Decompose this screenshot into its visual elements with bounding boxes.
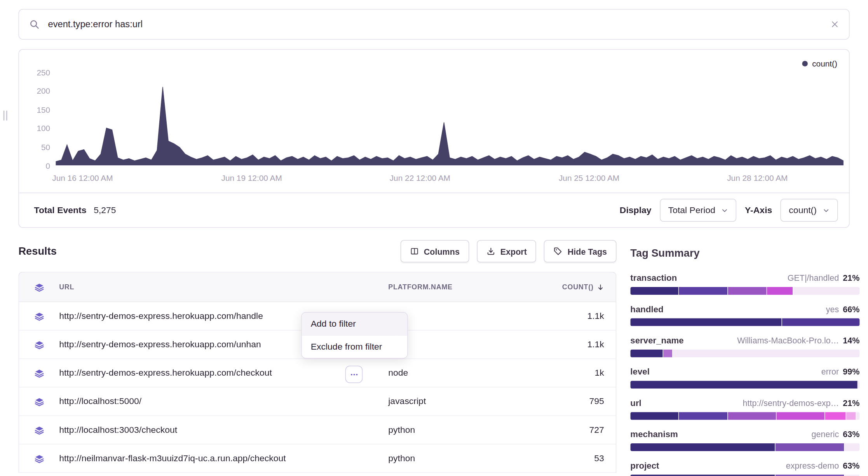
count-cell[interactable]: 1.1k <box>538 311 616 321</box>
tag-bar[interactable] <box>630 318 859 326</box>
menu-item-exclude-from-filter[interactable]: Exclude from filter <box>302 335 407 358</box>
tag-percentage: 21% <box>843 273 859 282</box>
tag-bar[interactable] <box>630 443 859 451</box>
total-events-label: Total Events <box>34 205 87 215</box>
display-select[interactable]: Total Period <box>660 199 736 222</box>
url-cell[interactable]: http://localhost:5000/ <box>59 396 388 406</box>
platform-cell[interactable]: node <box>388 368 538 378</box>
table-row[interactable]: http://neilmanvar-flask-m3uuizd7iq-uc.a.… <box>19 444 616 473</box>
tag-name: url <box>630 398 641 408</box>
tag-top-value: GET|/handled <box>788 273 839 282</box>
url-cell[interactable]: http://sentry-demos-express.herokuapp.co… <box>59 368 388 378</box>
cell-actions-button[interactable] <box>345 366 363 383</box>
y-tick: 0 <box>19 161 50 170</box>
tag-percentage: 63% <box>843 429 859 439</box>
y-tick: 200 <box>19 87 50 96</box>
sidebar-collapse-handle[interactable] <box>3 110 10 121</box>
count-cell[interactable]: 53 <box>538 453 616 464</box>
columns-button[interactable]: Columns <box>400 240 469 262</box>
table-row[interactable]: http://localhost:5000/ javascript 795 <box>19 387 616 416</box>
layers-icon <box>19 425 59 434</box>
url-cell[interactable]: http://localhost:3003/checkout <box>59 425 388 435</box>
layers-icon <box>19 454 59 463</box>
tag-bar[interactable] <box>630 474 859 476</box>
results-table: URL PLATFORM.NAME COUNT() http://sentry-… <box>18 272 616 473</box>
y-tick: 250 <box>19 68 50 77</box>
header-count[interactable]: COUNT() <box>538 283 616 291</box>
tag-item-project: project express-demo 63% <box>630 460 859 476</box>
tag-name: mechanism <box>630 429 678 439</box>
chart-legend[interactable]: count() <box>802 59 837 68</box>
legend-label: count() <box>812 59 837 68</box>
platform-cell[interactable]: python <box>388 425 538 435</box>
tag-item-server-name: server_name Williams-MacBook-Pro.lo… 14% <box>630 336 859 357</box>
display-select-value: Total Period <box>668 205 715 215</box>
y-tick: 100 <box>19 124 50 133</box>
search-bar <box>18 9 849 40</box>
menu-item-add-to-filter[interactable]: Add to filter <box>302 313 407 335</box>
table-row[interactable]: http://sentry-demos-express.herokuapp.co… <box>19 359 616 387</box>
header-count-label: COUNT() <box>562 283 594 291</box>
chart-area-path <box>56 87 844 165</box>
events-chart-svg[interactable] <box>56 72 844 166</box>
tag-item-mechanism: mechanism generic 63% <box>630 429 859 451</box>
search-input[interactable] <box>47 18 823 30</box>
count-cell[interactable]: 1k <box>538 368 616 378</box>
count-cell[interactable]: 727 <box>538 425 616 435</box>
sort-desc-icon <box>597 284 604 291</box>
hide-tags-button[interactable]: Hide Tags <box>544 240 616 262</box>
platform-cell[interactable]: python <box>388 453 538 464</box>
y-axis-select[interactable]: count() <box>781 199 838 222</box>
platform-cell[interactable]: javascript <box>388 396 538 406</box>
x-tick: Jun 19 12:00 AM <box>221 174 282 183</box>
search-icon <box>29 19 40 30</box>
hide-tags-button-label: Hide Tags <box>568 247 607 256</box>
tag-bar[interactable] <box>630 287 859 295</box>
y-axis-label: Y-Axis <box>745 205 772 215</box>
total-events-value: 5,275 <box>94 205 116 215</box>
results-header: Results Columns Export Hide Tags <box>18 240 616 262</box>
layers-icon <box>19 311 59 320</box>
y-tick: 150 <box>19 105 50 114</box>
url-cell[interactable]: http://neilmanvar-flask-m3uuizd7iq-uc.a.… <box>59 453 388 464</box>
ellipsis-icon <box>349 370 358 379</box>
tag-bar[interactable] <box>630 350 859 357</box>
tag-summary-title: Tag Summary <box>630 247 859 260</box>
export-button[interactable]: Export <box>477 240 536 262</box>
header-url[interactable]: URL <box>59 283 388 291</box>
layers-icon <box>19 397 59 406</box>
x-tick: Jun 28 12:00 AM <box>727 174 788 183</box>
tag-name: project <box>630 460 659 471</box>
display-label: Display <box>620 205 652 215</box>
tag-bar[interactable] <box>630 412 859 420</box>
tag-name: transaction <box>630 273 677 283</box>
y-axis-ticks: 250 200 150 100 50 0 <box>19 68 50 170</box>
discover-page: count() 250 200 150 100 50 0 Jun 16 12:0… <box>0 0 868 476</box>
tag-top-value: yes <box>826 304 839 313</box>
tag-percentage: 14% <box>843 336 859 345</box>
export-button-label: Export <box>500 247 527 256</box>
tag-top-value: Williams-MacBook-Pro.lo… <box>737 336 839 345</box>
tag-top-value: http://sentry-demos-exp… <box>743 398 839 408</box>
tag-bar[interactable] <box>630 381 859 388</box>
tag-item-transaction: transaction GET|/handled 21% <box>630 273 859 295</box>
tag-summary-panel: Tag Summary transaction GET|/handled 21%… <box>630 247 859 476</box>
tag-percentage: 21% <box>843 398 859 408</box>
table-row[interactable]: http://localhost:3003/checkout python 72… <box>19 416 616 444</box>
tag-icon <box>554 247 563 256</box>
table-header-row: URL PLATFORM.NAME COUNT() <box>19 273 616 302</box>
clear-search-icon[interactable] <box>831 20 839 29</box>
count-cell[interactable]: 1.1k <box>538 340 616 350</box>
header-platform[interactable]: PLATFORM.NAME <box>388 283 538 291</box>
chevron-down-icon <box>823 207 830 214</box>
count-cell[interactable]: 795 <box>538 396 616 406</box>
chevron-down-icon <box>722 207 728 214</box>
tag-item-url: url http://sentry-demos-exp… 21% <box>630 398 859 420</box>
tag-item-level: level error 99% <box>630 367 859 388</box>
columns-icon <box>410 247 419 256</box>
columns-button-label: Columns <box>424 247 460 256</box>
y-axis-select-value: count() <box>789 205 816 215</box>
tag-top-value: error <box>821 367 839 376</box>
download-icon <box>486 247 495 256</box>
tag-top-value: generic <box>812 429 839 439</box>
